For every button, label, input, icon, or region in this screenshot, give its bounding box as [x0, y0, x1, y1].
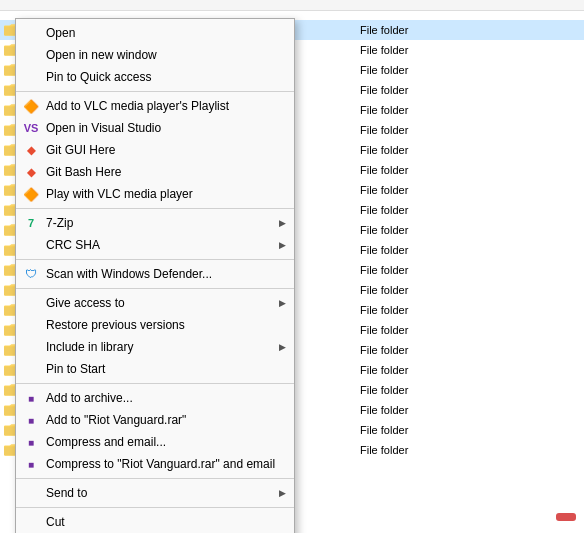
vlc-icon: 🔶: [23, 99, 39, 114]
context-menu: OpenOpen in new windowPin to Quick acces…: [15, 18, 295, 533]
menu-item-label: Include in library: [46, 340, 133, 354]
watermark: [556, 513, 576, 521]
menu-item-label: Git GUI Here: [46, 143, 115, 157]
vs-icon: VS: [24, 122, 39, 134]
file-type: File folder: [360, 404, 480, 416]
defender-icon: 🛡: [25, 267, 37, 281]
git-icon: ◆: [27, 144, 35, 157]
rar-icon: ■: [28, 459, 34, 470]
file-type: File folder: [360, 124, 480, 136]
file-type: File folder: [360, 364, 480, 376]
menu-item-label: Compress to "Riot Vanguard.rar" and emai…: [46, 457, 275, 471]
menu-separator: [16, 91, 294, 92]
file-type: File folder: [360, 164, 480, 176]
menu-item-label: Git Bash Here: [46, 165, 121, 179]
file-type: File folder: [360, 204, 480, 216]
menu-item-label: Pin to Quick access: [46, 70, 151, 84]
file-type: File folder: [360, 44, 480, 56]
menu-item-label: Add to VLC media player's Playlist: [46, 99, 229, 113]
menu-item-label: Compress and email...: [46, 435, 166, 449]
file-type: File folder: [360, 384, 480, 396]
menu-item-pin-quick-access[interactable]: Pin to Quick access: [16, 66, 294, 88]
menu-separator: [16, 383, 294, 384]
file-type: File folder: [360, 304, 480, 316]
menu-item-pin-start[interactable]: Pin to Start: [16, 358, 294, 380]
file-type: File folder: [360, 244, 480, 256]
menu-item-git-gui[interactable]: ◆Git GUI Here: [16, 139, 294, 161]
file-type: File folder: [360, 424, 480, 436]
file-type: File folder: [360, 264, 480, 276]
menu-item-cut[interactable]: Cut: [16, 511, 294, 533]
menu-item-give-access[interactable]: Give access to: [16, 292, 294, 314]
file-type: File folder: [360, 284, 480, 296]
menu-item-label: Add to "Riot Vanguard.rar": [46, 413, 186, 427]
rar-icon: ■: [28, 393, 34, 404]
menu-separator: [16, 259, 294, 260]
file-type: File folder: [360, 344, 480, 356]
menu-item-label: Add to archive...: [46, 391, 133, 405]
menu-item-label: Restore previous versions: [46, 318, 185, 332]
menu-item-label: Give access to: [46, 296, 125, 310]
7zip-icon: 7: [28, 217, 34, 229]
menu-item-label: Open in new window: [46, 48, 157, 62]
file-type: File folder: [360, 104, 480, 116]
file-type: File folder: [360, 144, 480, 156]
menu-item-add-vlc-playlist[interactable]: 🔶Add to VLC media player's Playlist: [16, 95, 294, 117]
menu-item-add-archive[interactable]: ■Add to archive...: [16, 387, 294, 409]
menu-item-compress-email[interactable]: ■Compress and email...: [16, 431, 294, 453]
menu-item-label: Open: [46, 26, 75, 40]
menu-item-label: Send to: [46, 486, 87, 500]
menu-item-restore-versions[interactable]: Restore previous versions: [16, 314, 294, 336]
menu-item-open-new-window[interactable]: Open in new window: [16, 44, 294, 66]
col-header-type[interactable]: [360, 3, 480, 7]
col-header-name[interactable]: [0, 3, 200, 7]
menu-item-label: 7-Zip: [46, 216, 73, 230]
menu-item-label: Cut: [46, 515, 65, 529]
col-header-date[interactable]: [200, 3, 360, 7]
menu-item-play-vlc[interactable]: 🔶Play with VLC media player: [16, 183, 294, 205]
menu-item-label: Scan with Windows Defender...: [46, 267, 212, 281]
menu-separator: [16, 288, 294, 289]
menu-separator: [16, 208, 294, 209]
menu-item-open[interactable]: Open: [16, 22, 294, 44]
file-type: File folder: [360, 224, 480, 236]
file-type: File folder: [360, 64, 480, 76]
menu-item-add-riot-rar[interactable]: ■Add to "Riot Vanguard.rar": [16, 409, 294, 431]
menu-separator: [16, 478, 294, 479]
menu-item-include-library[interactable]: Include in library: [16, 336, 294, 358]
menu-item-crc-sha[interactable]: CRC SHA: [16, 234, 294, 256]
menu-item-compress-riot-email[interactable]: ■Compress to "Riot Vanguard.rar" and ema…: [16, 453, 294, 475]
menu-item-label: Pin to Start: [46, 362, 105, 376]
file-type: File folder: [360, 84, 480, 96]
vlc-icon: 🔶: [23, 187, 39, 202]
file-type: File folder: [360, 444, 480, 456]
col-header-size[interactable]: [480, 3, 560, 7]
file-type: File folder: [360, 184, 480, 196]
file-type: File folder: [360, 24, 480, 36]
menu-item-label: CRC SHA: [46, 238, 100, 252]
menu-item-label: Open in Visual Studio: [46, 121, 161, 135]
menu-item-git-bash[interactable]: ◆Git Bash Here: [16, 161, 294, 183]
file-type: File folder: [360, 324, 480, 336]
rar-icon: ■: [28, 415, 34, 426]
rar-icon: ■: [28, 437, 34, 448]
menu-item-send-to[interactable]: Send to: [16, 482, 294, 504]
menu-item-label: Play with VLC media player: [46, 187, 193, 201]
menu-item-scan-defender[interactable]: 🛡Scan with Windows Defender...: [16, 263, 294, 285]
git-icon: ◆: [27, 166, 35, 179]
menu-item-open-visual-studio[interactable]: VSOpen in Visual Studio: [16, 117, 294, 139]
menu-item-7zip[interactable]: 77-Zip: [16, 212, 294, 234]
menu-separator: [16, 507, 294, 508]
column-headers: [0, 0, 584, 11]
